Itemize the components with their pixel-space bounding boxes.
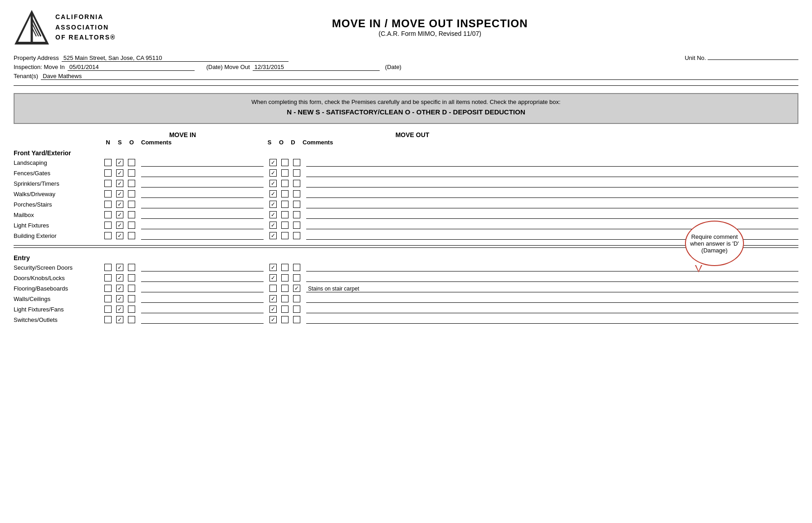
checkbox-mo_s[interactable] (269, 159, 277, 166)
checkbox-mi_n[interactable] (104, 180, 112, 187)
checkbox-mo_s[interactable] (269, 190, 277, 197)
checkbox-mi_s[interactable] (116, 201, 123, 208)
checkbox-mi_n[interactable] (104, 306, 112, 313)
checkbox-mi_o[interactable] (128, 180, 135, 187)
checkbox-mi_o[interactable] (128, 306, 135, 313)
checkbox-mi_o[interactable] (128, 201, 135, 208)
checkbox-mo_s[interactable] (269, 306, 277, 313)
checkbox-mo_s[interactable] (269, 201, 277, 208)
checkbox-mo_d[interactable] (293, 264, 300, 271)
checkbox-mo_s[interactable] (269, 169, 277, 177)
checkbox-mi_n[interactable] (104, 190, 112, 197)
checkbox-mi_s[interactable] (116, 274, 123, 281)
checkbox-mi_n[interactable] (104, 211, 112, 218)
checkbox-mo_o[interactable] (281, 169, 289, 177)
checkbox-mi_s[interactable] (116, 169, 123, 177)
checkbox-mi_o[interactable] (128, 222, 135, 229)
checkbox-mi_o[interactable] (128, 190, 135, 197)
checkbox-mi_s[interactable] (116, 264, 123, 271)
checkbox-mi_s[interactable] (116, 306, 123, 313)
checkbox-mo_d[interactable] (293, 274, 300, 281)
checkbox-mo_o[interactable] (281, 180, 289, 187)
checkbox-mi_s[interactable] (116, 285, 123, 292)
checkbox-mo_d[interactable] (293, 180, 300, 187)
checkbox-mo_o[interactable] (281, 306, 289, 313)
checkbox-mo_o[interactable] (281, 190, 289, 197)
row-label: Walls/Ceilings (14, 296, 102, 302)
checkbox-mo_s[interactable] (269, 211, 277, 218)
checkbox-mi_n[interactable] (104, 159, 112, 166)
document-title-area: MOVE IN / MOVE OUT INSPECTION (C.A.R. Fo… (116, 17, 744, 37)
move-out-comment (306, 295, 798, 303)
checkbox-mo_s[interactable] (269, 232, 277, 239)
checkbox-mo_d[interactable] (293, 201, 300, 208)
inspection-label: Inspection: Move In (14, 64, 65, 70)
checkbox-mo_d[interactable] (293, 169, 300, 177)
checkbox-mo_d[interactable] (293, 285, 300, 292)
checkbox-mi_n[interactable] (104, 285, 112, 292)
checkbox-mi_n[interactable] (104, 169, 112, 177)
page-header: CALIFORNIA ASSOCIATION OF REALTORS® MOVE… (14, 9, 798, 45)
checkbox-mi_s[interactable] (116, 295, 123, 302)
unit-label: Unit No. (685, 54, 706, 61)
checkbox-mo_o[interactable] (281, 316, 289, 323)
checkbox-mo_o[interactable] (281, 159, 289, 166)
checkbox-mi_s[interactable] (116, 211, 123, 218)
checkbox-mo_d[interactable] (293, 222, 300, 229)
checkbox-mi_o[interactable] (128, 232, 135, 239)
checkbox-mo_o[interactable] (281, 222, 289, 229)
checkbox-mi_o[interactable] (128, 159, 135, 166)
checkbox-mi_o[interactable] (128, 316, 135, 323)
checkbox-mo_d[interactable] (293, 316, 300, 323)
checkbox-mi_s[interactable] (116, 232, 123, 239)
table-row: Light Fixtures (14, 220, 798, 230)
checkbox-mo_s[interactable] (269, 180, 277, 187)
checkbox-mo_o[interactable] (281, 295, 289, 302)
checkbox-mi_n[interactable] (104, 222, 112, 229)
move-out-comment (306, 190, 798, 198)
checkbox-mi_o[interactable] (128, 274, 135, 281)
checkbox-mo_s[interactable] (269, 264, 277, 271)
date-label2: (Date) (385, 64, 401, 70)
checkbox-mo_s[interactable] (269, 285, 277, 292)
col-d-header: D (287, 139, 299, 146)
checkbox-mo_o[interactable] (281, 211, 289, 218)
row-label: Switches/Outlets (14, 316, 102, 323)
checkbox-mo_d[interactable] (293, 211, 300, 218)
table-row: Light Fixtures/Fans (14, 304, 798, 314)
checkbox-mi_n[interactable] (104, 295, 112, 302)
checkbox-mo_o[interactable] (281, 264, 289, 271)
checkbox-mi_n[interactable] (104, 316, 112, 323)
legend-text: N - NEW S - SATISFACTORY/CLEAN O - OTHER… (24, 108, 788, 116)
checkbox-mi_s[interactable] (116, 222, 123, 229)
table-row: Sprinklers/Timers (14, 178, 798, 188)
checkbox-mi_s[interactable] (116, 190, 123, 197)
checkbox-mi_n[interactable] (104, 201, 112, 208)
checkbox-mi_s[interactable] (116, 159, 123, 166)
checkbox-mo_d[interactable] (293, 295, 300, 302)
checkbox-mo_o[interactable] (281, 274, 289, 281)
checkbox-mi_s[interactable] (116, 316, 123, 323)
checkbox-mo_s[interactable] (269, 316, 277, 323)
checkbox-mi_n[interactable] (104, 264, 112, 271)
checkbox-mi_o[interactable] (128, 211, 135, 218)
checkbox-mo_s[interactable] (269, 222, 277, 229)
checkbox-mi_o[interactable] (128, 285, 135, 292)
move-out-comment (306, 316, 798, 324)
checkbox-mo_s[interactable] (269, 274, 277, 281)
checkbox-mo_d[interactable] (293, 306, 300, 313)
checkbox-mi_n[interactable] (104, 274, 112, 281)
checkbox-mi_o[interactable] (128, 295, 135, 302)
checkbox-mo_d[interactable] (293, 159, 300, 166)
checkbox-mo_o[interactable] (281, 285, 289, 292)
checkbox-mi_s[interactable] (116, 180, 123, 187)
checkbox-mo_s[interactable] (269, 295, 277, 302)
checkbox-mo_o[interactable] (281, 201, 289, 208)
section-title-0: Front Yard/Exterior (14, 147, 798, 158)
checkbox-mo_d[interactable] (293, 190, 300, 197)
checkbox-mi_o[interactable] (128, 169, 135, 177)
checkbox-mi_n[interactable] (104, 232, 112, 239)
checkbox-mi_o[interactable] (128, 264, 135, 271)
checkbox-mo_o[interactable] (281, 232, 289, 239)
checkbox-mo_d[interactable] (293, 232, 300, 239)
